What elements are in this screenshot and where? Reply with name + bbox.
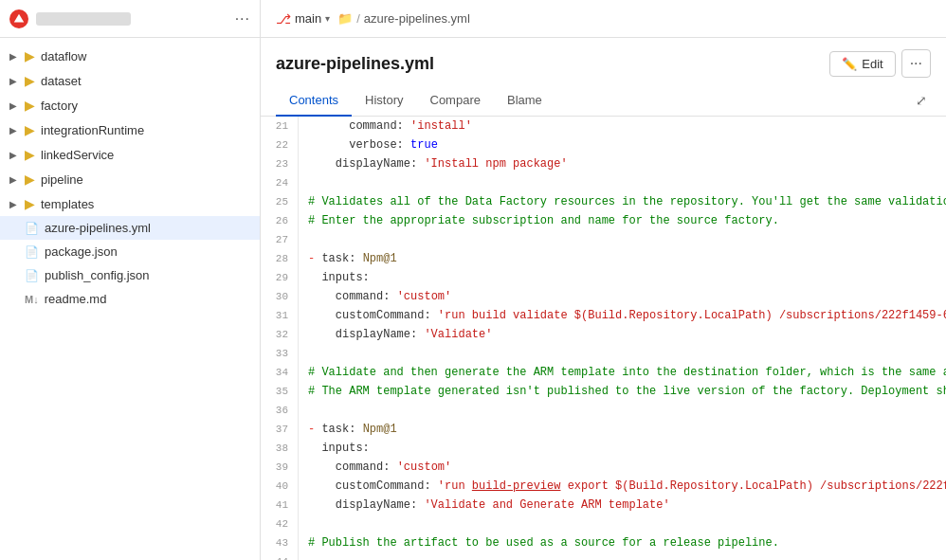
folder-icon: ▶ [25, 172, 35, 187]
code-line: 40 customCommand: 'run build-preview exp… [261, 477, 946, 496]
breadcrumb-separator: / [356, 11, 360, 26]
code-line: 23 displayName: 'Install npm package' [261, 154, 946, 173]
code-line: 37 - task: Npm@1 [261, 420, 946, 439]
adf-logo-icon [9, 9, 28, 28]
folder-icon: ▶ [25, 98, 35, 113]
branch-icon: ⎇ [276, 11, 291, 27]
file-header: azure-pipelines.yml ✏️ Edit ··· [261, 38, 946, 78]
repo-name [36, 12, 131, 26]
edit-button[interactable]: ✏️ Edit [829, 51, 895, 77]
code-viewer[interactable]: 21 command: 'install' 22 verbose: true 2… [261, 117, 946, 560]
sidebar-item-azure-pipelines[interactable]: ▶ 📄 azure-pipelines.yml [0, 216, 260, 240]
code-line: 25 # Validates all of the Data Factory r… [261, 192, 946, 211]
code-line: 34 # Validate and then generate the ARM … [261, 363, 946, 382]
sidebar-item-label: package.json [45, 244, 118, 259]
code-line: 21 command: 'install' [261, 117, 946, 135]
code-line: 27 [261, 230, 946, 249]
top-bar: ⎇ main ▾ 📁 / azure-pipelines.yml [261, 0, 946, 38]
code-line: 26 # Enter the appropriate subscription … [261, 211, 946, 230]
file-icon: 📄 [25, 245, 39, 259]
file-icon: 📄 [25, 222, 39, 235]
breadcrumb-filename: azure-pipelines.yml [364, 11, 470, 26]
code-line: 31 customCommand: 'run build validate $(… [261, 306, 946, 325]
folder-icon: ▶ [25, 196, 35, 211]
tab-blame[interactable]: Blame [494, 85, 555, 117]
code-line: 39 command: 'custom' [261, 458, 946, 477]
chevron-right-icon: ▶ [9, 199, 19, 209]
pencil-icon: ✏️ [842, 57, 857, 71]
code-line: 30 command: 'custom' [261, 287, 946, 306]
chevron-right-icon: ▶ [9, 76, 19, 86]
edit-label: Edit [862, 57, 882, 71]
tab-history[interactable]: History [352, 85, 416, 117]
chevron-right-icon: ▶ [9, 100, 19, 111]
sidebar-item-label: publish_config.json [45, 268, 150, 282]
svg-marker-0 [14, 13, 25, 22]
sidebar-item-label: integrationRuntime [41, 123, 144, 137]
chevron-right-icon: ▶ [9, 125, 19, 135]
sidebar-item-pipeline[interactable]: ▶ ▶ pipeline [0, 167, 260, 191]
chevron-right-icon: ▶ [9, 174, 19, 185]
tab-compare[interactable]: Compare [417, 85, 494, 117]
branch-selector[interactable]: ⎇ main ▾ [276, 11, 330, 27]
tab-contents[interactable]: Contents [276, 85, 352, 117]
sidebar-header: ··· [0, 0, 260, 38]
sidebar-item-readme[interactable]: ▶ M↓ readme.md [0, 287, 260, 311]
sidebar-item-templates[interactable]: ▶ ▶ templates [0, 191, 260, 216]
code-line: 29 inputs: [261, 268, 946, 287]
code-line: 44 [261, 552, 946, 560]
sidebar-item-label: factory [41, 99, 78, 113]
chevron-down-icon: ▾ [325, 13, 330, 24]
code-line: 24 [261, 173, 946, 192]
sidebar-item-dataflow[interactable]: ▶ ▶ dataflow [0, 44, 260, 68]
sidebar-item-label: templates [41, 197, 94, 211]
expand-icon[interactable]: ⤢ [912, 89, 931, 112]
markdown-icon: M↓ [25, 294, 39, 305]
sidebar-item-label: azure-pipelines.yml [45, 221, 151, 235]
code-line: 32 displayName: 'Validate' [261, 325, 946, 344]
code-line: 33 [261, 344, 946, 363]
sidebar-item-label: pipeline [41, 172, 83, 187]
folder-icon: ▶ [25, 73, 35, 88]
sidebar-item-integrationRuntime[interactable]: ▶ ▶ integrationRuntime [0, 117, 260, 142]
breadcrumb: 📁 / azure-pipelines.yml [337, 11, 470, 26]
sidebar-item-package[interactable]: ▶ 📄 package.json [0, 240, 260, 263]
chevron-right-icon: ▶ [9, 51, 19, 62]
folder-icon: ▶ [25, 122, 35, 137]
tabs-bar: Contents History Compare Blame ⤢ [261, 85, 946, 117]
code-line: 41 displayName: 'Validate and Generate A… [261, 496, 946, 515]
sidebar-item-dataset[interactable]: ▶ ▶ dataset [0, 68, 260, 93]
sidebar-item-label: linkedService [41, 148, 114, 162]
code-line: 38 inputs: [261, 439, 946, 458]
chevron-right-icon: ▶ [9, 150, 19, 160]
code-line: 35 # The ARM template generated isn't pu… [261, 382, 946, 401]
code-line: 36 [261, 401, 946, 420]
sidebar-item-linkedService[interactable]: ▶ ▶ linkedService [0, 142, 260, 167]
code-line: 28 - task: Npm@1 [261, 249, 946, 268]
sidebar-item-factory[interactable]: ▶ ▶ factory [0, 93, 260, 117]
main-content: ⎇ main ▾ 📁 / azure-pipelines.yml azure-p… [261, 0, 946, 560]
branch-name: main [295, 11, 321, 26]
code-line: 22 verbose: true [261, 135, 946, 154]
folder-icon: ▶ [25, 48, 35, 63]
sidebar-tree: ▶ ▶ dataflow ▶ ▶ dataset ▶ ▶ factory ▶ ▶… [0, 38, 260, 560]
sidebar-header-left [9, 9, 131, 28]
file-actions: ✏️ Edit ··· [829, 49, 931, 78]
sidebar-item-label: dataflow [41, 49, 86, 63]
sidebar-item-label: readme.md [45, 292, 107, 306]
file-icon: 📄 [25, 269, 39, 282]
sidebar: ··· ▶ ▶ dataflow ▶ ▶ dataset ▶ ▶ factory… [0, 0, 261, 560]
sidebar-item-publish-config[interactable]: ▶ 📄 publish_config.json [0, 263, 260, 287]
file-title: azure-pipelines.yml [276, 54, 434, 74]
sidebar-more-button[interactable]: ··· [235, 10, 250, 27]
more-options-button[interactable]: ··· [901, 49, 931, 78]
breadcrumb-folder-icon: 📁 [337, 11, 353, 26]
code-line: 42 [261, 515, 946, 533]
sidebar-item-label: dataset [41, 74, 82, 88]
code-line: 43 # Publish the artifact to be used as … [261, 533, 946, 552]
folder-icon: ▶ [25, 147, 35, 162]
